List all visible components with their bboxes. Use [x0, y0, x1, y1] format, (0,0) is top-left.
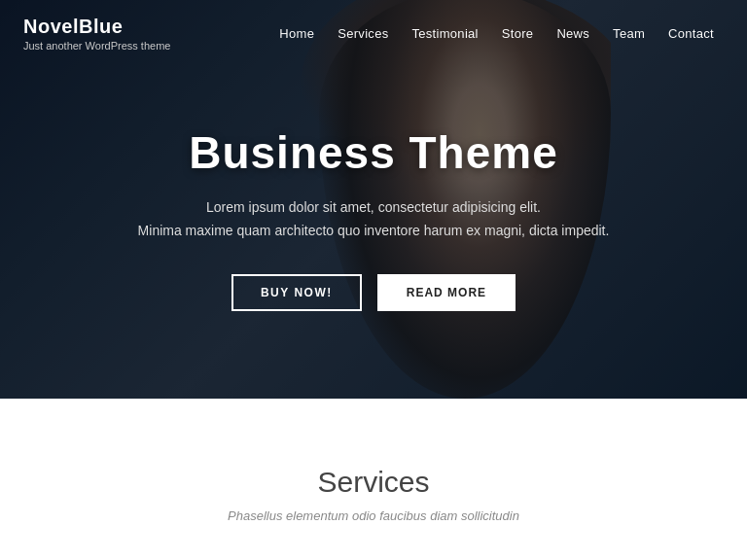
main-nav: Home Services Testimonial Store News Tea…	[269, 20, 724, 47]
buy-now-button[interactable]: BUY NOW!	[231, 274, 362, 311]
nav-item-home[interactable]: Home	[269, 20, 324, 47]
nav-item-news[interactable]: News	[547, 20, 599, 47]
nav-item-team[interactable]: Team	[603, 20, 655, 47]
nav-item-testimonial[interactable]: Testimonial	[402, 20, 487, 47]
services-subtitle: Phasellus elementum odio faucibus diam s…	[228, 508, 519, 523]
hero-description: Lorem ipsum dolor sit amet, consectetur …	[138, 196, 610, 243]
nav-item-services[interactable]: Services	[328, 20, 398, 47]
logo-area: NovelBlue Just another WordPress theme	[23, 16, 170, 52]
nav-item-store[interactable]: Store	[492, 20, 544, 47]
hero-buttons: BUY NOW! READ MORE	[138, 274, 610, 311]
header: NovelBlue Just another WordPress theme H…	[0, 0, 747, 66]
hero-content: Business Theme Lorem ipsum dolor sit ame…	[99, 126, 649, 311]
logo-subtitle: Just another WordPress theme	[23, 40, 170, 52]
services-section: Services Phasellus elementum odio faucib…	[0, 399, 747, 560]
hero-desc-line1: Lorem ipsum dolor sit amet, consectetur …	[138, 196, 610, 220]
hero-title: Business Theme	[138, 126, 610, 179]
nav-item-contact[interactable]: Contact	[658, 20, 724, 47]
logo-title: NovelBlue	[23, 16, 170, 38]
read-more-button[interactable]: READ MORE	[377, 274, 516, 311]
services-title: Services	[317, 466, 429, 499]
hero-desc-line2: Minima maxime quam architecto quo invent…	[138, 220, 610, 243]
